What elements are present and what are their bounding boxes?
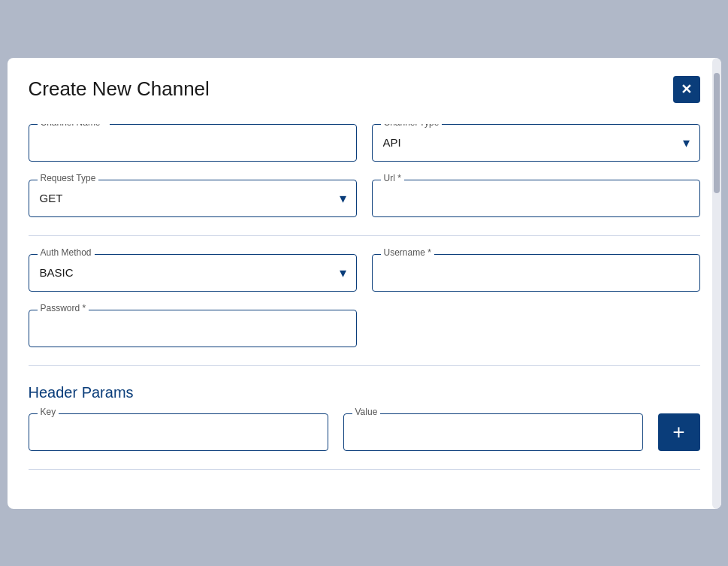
divider-2 bbox=[29, 365, 700, 366]
request-type-select-wrapper: GET POST PUT DELETE PATCH ▾ bbox=[29, 180, 357, 217]
key-group: Key bbox=[29, 413, 328, 451]
add-header-param-button[interactable]: + bbox=[658, 413, 700, 451]
channel-name-group: Channel Name * bbox=[29, 124, 357, 162]
auth-method-group: Auth Method BASIC BEARER OAUTH NONE ▾ bbox=[29, 254, 357, 292]
scrollbar-track[interactable] bbox=[712, 58, 721, 509]
row-password: Password * bbox=[29, 310, 700, 347]
value-label: Value bbox=[352, 407, 381, 417]
auth-method-select-wrapper: BASIC BEARER OAUTH NONE ▾ bbox=[29, 254, 357, 292]
password-input[interactable] bbox=[29, 310, 357, 347]
modal-overlay: Create New Channel ✕ Channel Name * Chan… bbox=[0, 0, 728, 566]
scrollbar-thumb[interactable] bbox=[714, 73, 720, 193]
channel-type-select[interactable]: API EMAIL SMS WEBHOOK bbox=[372, 124, 700, 162]
url-group: Url * bbox=[372, 180, 700, 217]
channel-name-label: Channel Name * bbox=[38, 124, 110, 128]
url-label: Url * bbox=[381, 173, 404, 183]
header-params-title: Header Params bbox=[29, 384, 700, 401]
request-type-group: Request Type GET POST PUT DELETE PATCH ▾ bbox=[29, 180, 357, 217]
modal-title: Create New Channel bbox=[29, 77, 210, 101]
divider-3 bbox=[29, 469, 700, 470]
channel-type-group: Channel Type API EMAIL SMS WEBHOOK ▾ bbox=[372, 124, 700, 162]
password-group: Password * bbox=[29, 310, 357, 347]
username-label: Username * bbox=[381, 247, 434, 258]
divider-1 bbox=[29, 235, 700, 236]
row-request-url: Request Type GET POST PUT DELETE PATCH ▾… bbox=[29, 180, 700, 217]
auth-method-select[interactable]: BASIC BEARER OAUTH NONE bbox=[29, 254, 357, 292]
key-label: Key bbox=[38, 407, 59, 417]
close-button[interactable]: ✕ bbox=[673, 76, 700, 103]
channel-name-input[interactable] bbox=[29, 124, 357, 162]
url-input[interactable] bbox=[372, 180, 700, 217]
password-label: Password * bbox=[38, 303, 89, 313]
auth-method-label: Auth Method bbox=[38, 247, 95, 258]
username-input[interactable] bbox=[372, 254, 700, 292]
channel-type-label: Channel Type bbox=[381, 124, 443, 128]
header-params-section: Header Params Key Value + bbox=[29, 384, 700, 451]
username-group: Username * bbox=[372, 254, 700, 292]
modal-dialog: Create New Channel ✕ Channel Name * Chan… bbox=[8, 58, 721, 509]
row-auth: Auth Method BASIC BEARER OAUTH NONE ▾ Us… bbox=[29, 254, 700, 292]
header-params-row: Key Value + bbox=[29, 413, 700, 451]
key-input[interactable] bbox=[29, 413, 328, 451]
modal-body: Channel Name * Channel Type API EMAIL SM… bbox=[29, 124, 700, 488]
channel-type-select-wrapper: API EMAIL SMS WEBHOOK ▾ bbox=[372, 124, 700, 162]
modal-header: Create New Channel ✕ bbox=[29, 76, 700, 103]
row-channel-info: Channel Name * Channel Type API EMAIL SM… bbox=[29, 124, 700, 162]
request-type-select[interactable]: GET POST PUT DELETE PATCH bbox=[29, 180, 357, 217]
value-input[interactable] bbox=[343, 413, 643, 451]
value-group: Value bbox=[343, 413, 643, 451]
request-type-label: Request Type bbox=[38, 173, 99, 183]
